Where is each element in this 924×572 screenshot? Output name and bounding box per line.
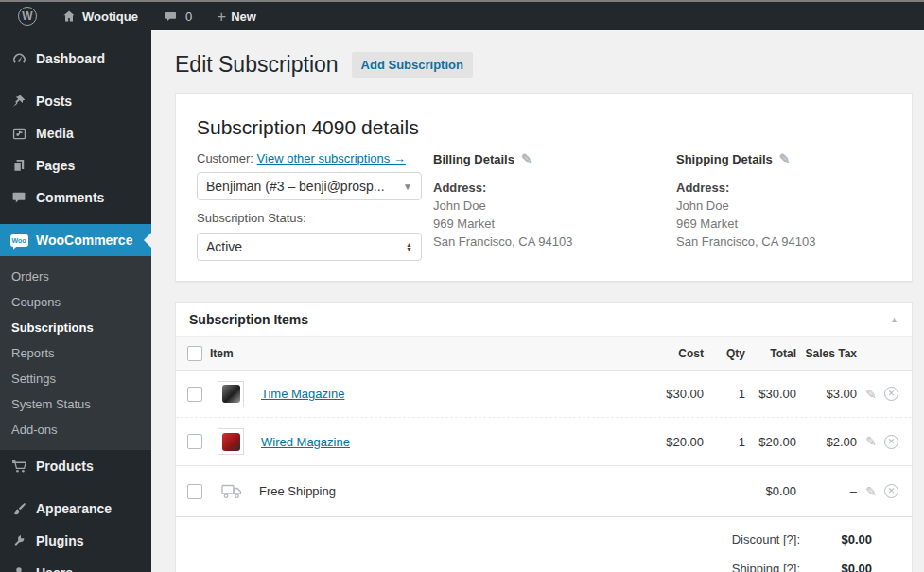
sidebar-item-users[interactable]: Users	[0, 557, 151, 572]
wordpress-logo-icon: W	[18, 7, 37, 26]
delete-item-icon[interactable]: ✕	[884, 435, 898, 449]
sidebar-item-label: Products	[36, 459, 94, 474]
shipping-section: Free Shipping $0.00 – ✎ ✕	[176, 465, 912, 516]
customer-select-value: Benjiman (#3 – benji@prosp...	[206, 179, 385, 194]
status-select[interactable]: Active ▲▼	[197, 233, 422, 261]
sidebar-item-media[interactable]: Media	[0, 117, 151, 149]
woocommerce-submenu: Orders Coupons Subscriptions Reports Set…	[0, 256, 151, 450]
cell-tax: $2.00	[796, 435, 857, 449]
cell-qty: 1	[704, 387, 745, 401]
home-icon	[61, 9, 77, 24]
product-link[interactable]: Wired Magazine	[261, 435, 350, 449]
sidebar-item-woocommerce[interactable]: Woo WooCommerce	[0, 224, 151, 256]
column-item: Item	[210, 347, 234, 360]
cell-tax: –	[796, 484, 857, 498]
submenu-item-settings[interactable]: Settings	[0, 366, 151, 391]
shipping-address-line: 969 Market	[676, 215, 891, 233]
customer-select[interactable]: Benjiman (#3 – benji@prosp... ▼	[197, 172, 422, 200]
shipping-address-line: John Doe	[676, 197, 891, 215]
billing-address-line: 969 Market	[433, 215, 676, 233]
sidebar-item-posts[interactable]: Posts	[0, 85, 151, 117]
edit-item-pencil-icon[interactable]: ✎	[865, 434, 877, 449]
menu-separator	[0, 214, 151, 224]
row-checkbox[interactable]	[187, 484, 202, 499]
collapse-toggle-icon[interactable]: ▲	[890, 315, 898, 324]
comments-bubble-button[interactable]: 0	[154, 2, 200, 30]
menu-separator	[0, 75, 151, 85]
status-label: Subscription Status:	[197, 211, 433, 225]
sidebar-item-dashboard[interactable]: Dashboard	[0, 43, 151, 75]
edit-item-pencil-icon[interactable]: ✎	[865, 484, 877, 499]
shipping-total-value: $0.00	[800, 562, 872, 572]
details-heading: Subscription 4090 details	[197, 116, 891, 139]
discount-value: $0.00	[800, 532, 872, 546]
dashboard-gauge-icon	[9, 51, 28, 67]
comment-bubble-icon	[163, 9, 178, 24]
subscription-details-panel: Subscription 4090 details Customer: View…	[175, 93, 913, 282]
submenu-item-orders[interactable]: Orders	[0, 264, 151, 289]
cell-tax: $3.00	[796, 387, 857, 401]
billing-address-label: Address:	[433, 181, 676, 195]
customer-label: Customer:	[197, 151, 253, 165]
admin-bar: W Wootique 0 + New	[0, 2, 924, 30]
product-link[interactable]: Time Magazine	[261, 387, 344, 401]
submenu-item-reports[interactable]: Reports	[0, 340, 151, 366]
new-label: New	[231, 9, 256, 24]
new-content-button[interactable]: + New	[208, 2, 265, 30]
comments-icon	[9, 190, 28, 205]
cell-total: $0.00	[745, 484, 796, 498]
site-name-link[interactable]: Wootique	[53, 2, 147, 30]
submenu-item-subscriptions[interactable]: Subscriptions	[0, 315, 151, 340]
add-subscription-button[interactable]: Add Subscription	[352, 52, 473, 78]
shipping-address-line: San Francisco, CA 94103	[676, 233, 891, 251]
cell-total: $30.00	[745, 387, 796, 401]
comments-count: 0	[185, 9, 192, 24]
edit-billing-pencil-icon[interactable]: ✎	[521, 151, 532, 166]
user-icon	[9, 565, 28, 572]
order-totals-section: Discount [?]: $0.00 Shipping [?]: $0.00	[176, 516, 912, 572]
product-thumbnail	[218, 381, 244, 407]
sidebar-item-label: Users	[36, 565, 73, 572]
wordpress-logo-button[interactable]: W	[9, 2, 45, 30]
row-checkbox[interactable]	[187, 387, 202, 402]
discount-label: Discount [?]:	[732, 532, 800, 546]
edit-shipping-pencil-icon[interactable]: ✎	[779, 151, 791, 166]
sidebar-item-label: Media	[36, 126, 74, 141]
sidebar-item-comments[interactable]: Comments	[0, 182, 151, 214]
shipping-row: Free Shipping $0.00 – ✎ ✕	[176, 466, 912, 516]
plus-icon: +	[217, 9, 226, 25]
sidebar-item-plugins[interactable]: Plugins	[0, 525, 151, 557]
sidebar-item-label: Dashboard	[36, 51, 105, 66]
menu-separator	[0, 482, 151, 493]
subscription-items-panel: Subscription Items ▲ Item Cost Qty Total…	[175, 302, 913, 572]
admin-sidebar: Dashboard Posts Media Pages Comments Woo…	[0, 30, 151, 572]
submenu-item-coupons[interactable]: Coupons	[0, 289, 151, 315]
select-all-checkbox[interactable]	[187, 346, 202, 361]
shipping-details-heading: Shipping Details	[676, 152, 773, 166]
delete-item-icon[interactable]: ✕	[884, 387, 898, 401]
sidebar-item-appearance[interactable]: Appearance	[0, 493, 151, 525]
cell-cost: $30.00	[636, 387, 704, 401]
submenu-item-add-ons[interactable]: Add-ons	[0, 417, 151, 442]
pushpin-icon	[9, 94, 28, 109]
total-row: Discount [?]: $0.00	[176, 525, 912, 554]
submenu-item-system-status[interactable]: System Status	[0, 391, 151, 417]
view-other-subscriptions-link[interactable]: View other subscriptions →	[257, 151, 406, 165]
items-panel-title: Subscription Items	[189, 312, 308, 327]
shipping-total-label: Shipping [?]:	[732, 562, 800, 572]
column-qty: Qty	[704, 347, 745, 360]
delete-item-icon[interactable]: ✕	[884, 484, 898, 498]
cell-cost: $20.00	[636, 435, 704, 449]
sidebar-item-pages[interactable]: Pages	[0, 149, 151, 182]
sidebar-item-products[interactable]: Products	[0, 450, 151, 482]
edit-item-pencil-icon[interactable]: ✎	[865, 387, 877, 402]
total-row: Shipping [?]: $0.00	[176, 554, 912, 572]
row-checkbox[interactable]	[187, 434, 202, 449]
sidebar-item-label: Plugins	[36, 533, 84, 548]
table-row: Time Magazine $30.00 1 $30.00 $3.00 ✎ ✕	[176, 371, 912, 418]
billing-address-line: San Francisco, CA 94103	[433, 233, 676, 251]
sidebar-item-label: Posts	[36, 94, 72, 109]
column-cost: Cost	[636, 347, 704, 360]
cell-total: $20.00	[745, 435, 796, 449]
column-sales-tax: Sales Tax	[796, 347, 857, 360]
